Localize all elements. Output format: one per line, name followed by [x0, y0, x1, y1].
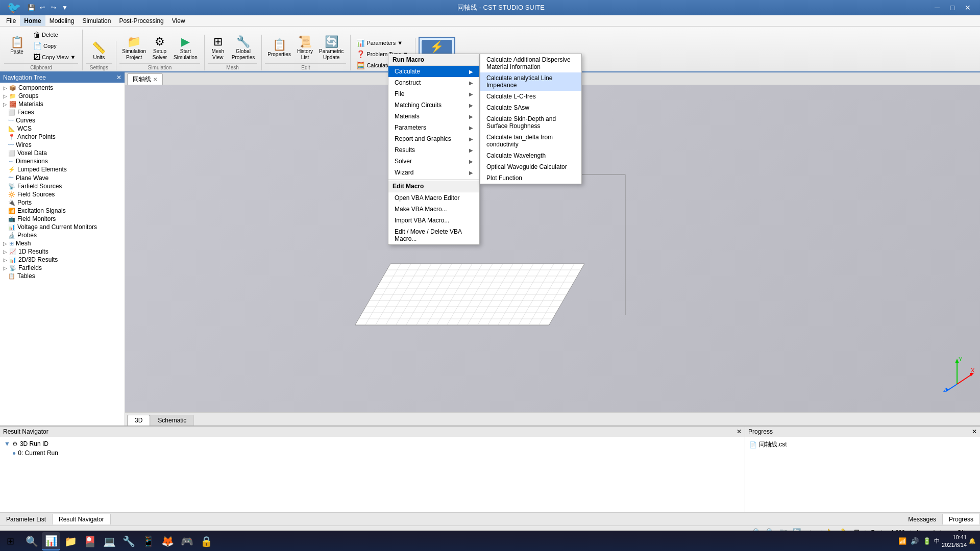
tree-item-plane-wave[interactable]: 〜Plane Wave: [0, 173, 125, 182]
ctx-solver[interactable]: Solver ▶: [388, 156, 479, 167]
tray-network[interactable]: 📶: [897, 536, 908, 546]
tree-item-field-monitors[interactable]: 📺Field Monitors: [0, 215, 125, 223]
tree-item-2d-3d-results[interactable]: ▷📊2D/3D Results: [0, 256, 125, 264]
global-props-button[interactable]: 🔧 GlobalProperties: [229, 35, 258, 62]
menu-view[interactable]: View: [168, 15, 189, 26]
ctx-plot-function[interactable]: Plot Function: [480, 172, 581, 184]
ctx-edit-vba[interactable]: Edit / Move / Delete VBA Macro...: [388, 226, 479, 244]
tree-item-farfields[interactable]: ▷📡Farfields: [0, 264, 125, 272]
mesh-view-button[interactable]: ⊞ MeshView: [208, 35, 228, 62]
tree-item-voltage-current[interactable]: 📊Voltage and Current Monitors: [0, 223, 125, 231]
tree-item-wires[interactable]: 〰Wires: [0, 141, 125, 149]
units-button[interactable]: 📏 Units: [89, 41, 109, 62]
tree-item-lumped-elements[interactable]: ⚡Lumped Elements: [0, 165, 125, 173]
tree-item-groups[interactable]: ▷📁Groups: [0, 92, 125, 100]
paste-button[interactable]: 📋 Paste: [4, 35, 30, 57]
ctx-file[interactable]: File ▶: [388, 88, 479, 99]
result-item-run-id[interactable]: ▼ ⚙ 3D Run ID: [2, 439, 743, 448]
tab-progress[interactable]: Progress: [943, 514, 980, 524]
ctx-open-vba-editor[interactable]: Open VBA Macro Editor: [388, 192, 479, 204]
maximize-button[interactable]: □: [945, 3, 960, 13]
setup-solver-button[interactable]: ⚙ SetupSolver: [150, 35, 170, 62]
menu-post-processing[interactable]: Post-Processing: [115, 15, 167, 26]
ctx-calc-wavelength[interactable]: Calculate Wavelength: [480, 150, 581, 161]
nav-tree-close[interactable]: ✕: [116, 74, 121, 81]
tree-item-probes[interactable]: 🔬Probes: [0, 231, 125, 239]
tree-item-dimensions[interactable]: ↔Dimensions: [0, 157, 125, 165]
tree-item-materials[interactable]: ▷🧱Materials: [0, 100, 125, 108]
taskbar-search[interactable]: 🔍: [22, 532, 41, 550]
tray-volume[interactable]: 🔊: [910, 536, 920, 546]
tab-messages[interactable]: Messages: [902, 514, 943, 524]
progress-item-file[interactable]: 📄 同轴线.cst: [747, 439, 978, 450]
progress-close[interactable]: ✕: [972, 428, 977, 435]
ctx-materials[interactable]: Materials ▶: [388, 111, 479, 122]
ctx-calc-skin-depth[interactable]: Calculate Skin-Depth and Surface Roughne…: [480, 113, 581, 132]
tree-item-field-sources[interactable]: 🔆Field Sources: [0, 190, 125, 198]
ctx-calc-tan-delta[interactable]: Calculate tan_delta from conductivity: [480, 132, 581, 150]
ctx-results[interactable]: Results ▶: [388, 144, 479, 156]
result-item-current-run[interactable]: ● 0: Current Run: [2, 448, 743, 458]
tab-parameter-list[interactable]: Parameter List: [0, 514, 53, 524]
taskbar-app-7[interactable]: 🔒: [197, 532, 215, 550]
viewport-tab-close[interactable]: ✕: [153, 77, 157, 82]
qat-save[interactable]: 💾: [26, 3, 36, 13]
ctx-wizard[interactable]: Wizard ▶: [388, 167, 479, 178]
menu-modeling[interactable]: Modeling: [45, 15, 79, 26]
minimize-button[interactable]: ─: [930, 3, 944, 13]
tree-item-components[interactable]: ▷📦Components: [0, 84, 125, 92]
sim-project-button[interactable]: 📁 SimulationProject: [119, 35, 149, 62]
tab-result-navigator[interactable]: Result Navigator: [53, 514, 111, 524]
tray-clock[interactable]: 10:41 2021/8/14: [942, 534, 967, 548]
copy-button[interactable]: 📄 Copy: [31, 41, 78, 51]
ctx-calc-dispersive[interactable]: Calculate Additional Dispersive Material…: [480, 54, 581, 72]
qat-redo[interactable]: ↪: [48, 3, 59, 13]
tray-lang[interactable]: 中: [934, 537, 940, 545]
copy-view-button[interactable]: 🖼 Copy View ▼: [31, 52, 78, 62]
taskbar-app-3[interactable]: 🔧: [119, 532, 138, 550]
tab-schematic[interactable]: Schematic: [150, 415, 194, 425]
ctx-report-graphics[interactable]: Report and Graphics ▶: [388, 133, 479, 144]
ctx-construct[interactable]: Construct ▶: [388, 77, 479, 88]
taskbar-app-5[interactable]: 🦊: [158, 532, 177, 550]
start-button[interactable]: ⊞: [0, 531, 20, 552]
tray-notifications[interactable]: 🔔: [969, 538, 976, 544]
ctx-optical-waveguide[interactable]: Optical Waveguide Calculator: [480, 161, 581, 172]
tree-item-mesh[interactable]: ▷⊞Mesh: [0, 239, 125, 247]
tree-item-farfield-sources[interactable]: 📡Farfield Sources: [0, 182, 125, 190]
tree-item-curves[interactable]: 〰Curves: [0, 116, 125, 124]
history-list-button[interactable]: 📜 HistoryList: [295, 35, 315, 62]
taskbar-app-6[interactable]: 🎮: [178, 532, 196, 550]
tree-item-excitation-signals[interactable]: 📶Excitation Signals: [0, 207, 125, 215]
menu-home[interactable]: Home: [20, 15, 45, 26]
ctx-calc-sasw[interactable]: Calculate SAsw: [480, 102, 581, 113]
tree-item-ports[interactable]: 🔌Ports: [0, 198, 125, 207]
tray-battery[interactable]: 🔋: [922, 536, 932, 546]
tree-item-anchor-points[interactable]: 📍Anchor Points: [0, 133, 125, 141]
ctx-calc-line-impedance[interactable]: Calculate analytical Line Impedance: [480, 72, 581, 91]
tab-3d[interactable]: 3D: [127, 415, 150, 425]
qat-undo[interactable]: ↩: [37, 3, 47, 13]
ctx-calc-lc-fres[interactable]: Calculate L-C-fres: [480, 91, 581, 102]
viewport-tab-main[interactable]: 同轴线 ✕: [127, 73, 163, 85]
parametric-update-button[interactable]: 🔄 ParametricUpdate: [316, 35, 346, 62]
tree-item-voxel-data[interactable]: ⬜Voxel Data: [0, 149, 125, 157]
result-nav-close[interactable]: ✕: [737, 428, 742, 435]
close-button[interactable]: ✕: [961, 3, 975, 13]
ctx-matching-circuits[interactable]: Matching Circuits ▶: [388, 99, 479, 111]
taskbar-app-1[interactable]: 🎴: [81, 532, 99, 550]
menu-file[interactable]: File: [2, 15, 20, 26]
parameters-button[interactable]: 📊 Parameters ▼: [354, 38, 405, 48]
properties-button[interactable]: 📋 Properties: [265, 38, 293, 59]
start-sim-button[interactable]: ▶ StartSimulation: [171, 35, 200, 62]
qat-more[interactable]: ▼: [60, 3, 70, 13]
tree-item-1d-results[interactable]: ▷📈1D Results: [0, 247, 125, 256]
ctx-parameters[interactable]: Parameters ▶: [388, 122, 479, 133]
taskbar-app-cst[interactable]: 📊: [42, 532, 60, 550]
delete-button[interactable]: 🗑 Delete: [31, 30, 78, 40]
taskbar-app-4[interactable]: 📱: [139, 532, 157, 550]
menu-simulation[interactable]: Simulation: [78, 15, 115, 26]
ctx-import-vba[interactable]: Import VBA Macro...: [388, 215, 479, 226]
ctx-calculate[interactable]: Calculate ▶: [388, 66, 479, 77]
tree-item-faces[interactable]: ⬜Faces: [0, 108, 125, 116]
